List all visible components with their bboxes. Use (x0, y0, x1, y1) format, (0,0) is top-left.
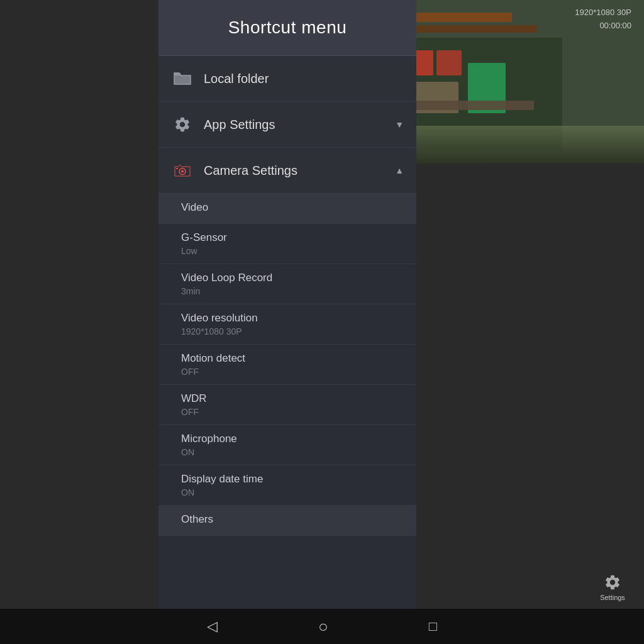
nav-recent-icon[interactable]: □ (429, 618, 437, 635)
nav-home-icon[interactable]: ○ (318, 617, 328, 636)
display-date-time-value: ON (181, 487, 401, 497)
svg-rect-0 (174, 75, 191, 84)
display-date-time-label: Display date time (181, 473, 401, 486)
app-settings-arrow-icon: ▼ (395, 119, 404, 130)
video-loop-record-label: Video Loop Record (181, 272, 401, 284)
menu-title: Shortcut menu (228, 18, 347, 37)
microphone-value: ON (181, 447, 401, 457)
resolution-text: 1920*1080 30P (575, 6, 631, 19)
svg-rect-3 (176, 168, 178, 169)
camera-icon (171, 159, 194, 182)
app-settings-label: App Settings (204, 118, 395, 132)
gsensor-label: G-Sensor (181, 231, 401, 244)
submenu-item-motion-detect[interactable]: Motion detect OFF (158, 345, 416, 385)
submenu-item-others[interactable]: Others (158, 506, 416, 536)
timer-text: 00:00:00 (575, 19, 631, 33)
video-label: Video (181, 201, 401, 214)
nav-back-icon[interactable]: ◁ (207, 618, 218, 635)
wdr-value: OFF (181, 407, 401, 417)
camera-info-overlay: 1920*1080 30P 00:00:00 (575, 6, 631, 33)
submenu-item-video-loop-record[interactable]: Video Loop Record 3min (158, 264, 416, 304)
menu-header: Shortcut menu (158, 0, 416, 56)
video-loop-record-value: 3min (181, 286, 401, 296)
microphone-label: Microphone (181, 433, 401, 445)
submenu-item-display-date-time[interactable]: Display date time ON (158, 465, 416, 506)
wdr-label: WDR (181, 392, 401, 405)
local-folder-label: Local folder (204, 72, 404, 86)
others-label: Others (181, 513, 401, 526)
svg-point-2 (181, 170, 184, 173)
video-resolution-label: Video resolution (181, 312, 401, 325)
camera-settings-item[interactable]: Camera Settings ▲ (158, 148, 416, 194)
submenu-item-video-resolution[interactable]: Video resolution 1920*1080 30P (158, 304, 416, 345)
video-resolution-value: 1920*1080 30P (181, 326, 401, 336)
settings-button-right[interactable]: Settings (594, 569, 631, 606)
camera-settings-label: Camera Settings (204, 164, 395, 178)
submenu-item-microphone[interactable]: Microphone ON (158, 425, 416, 465)
local-folder-item[interactable]: Local folder (158, 56, 416, 102)
gsensor-value: Low (181, 246, 401, 256)
app-settings-item[interactable]: App Settings ▼ (158, 102, 416, 148)
camera-settings-arrow-icon: ▲ (395, 165, 404, 175)
folder-icon (171, 67, 194, 90)
navigation-bar: ◁ ○ □ (0, 609, 644, 644)
submenu-item-video[interactable]: Video (158, 194, 416, 224)
settings-label: Settings (600, 594, 625, 601)
motion-detect-value: OFF (181, 367, 401, 377)
app-settings-gear-icon (171, 113, 194, 136)
settings-gear-icon (604, 574, 621, 591)
menu-panel: Shortcut menu Local folder App Settings … (158, 0, 416, 609)
submenu-item-gsensor[interactable]: G-Sensor Low (158, 224, 416, 264)
camera-settings-submenu: Video G-Sensor Low Video Loop Record 3mi… (158, 194, 416, 609)
motion-detect-label: Motion detect (181, 352, 401, 365)
submenu-item-wdr[interactable]: WDR OFF (158, 385, 416, 425)
